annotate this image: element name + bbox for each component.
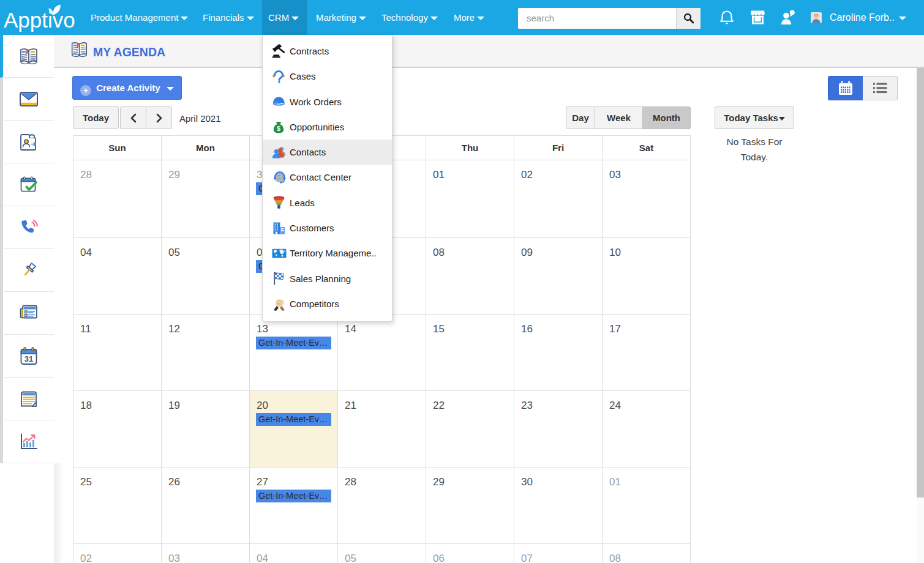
svg-text:$: $ [277,125,280,132]
svg-text:31: 31 [24,354,32,364]
